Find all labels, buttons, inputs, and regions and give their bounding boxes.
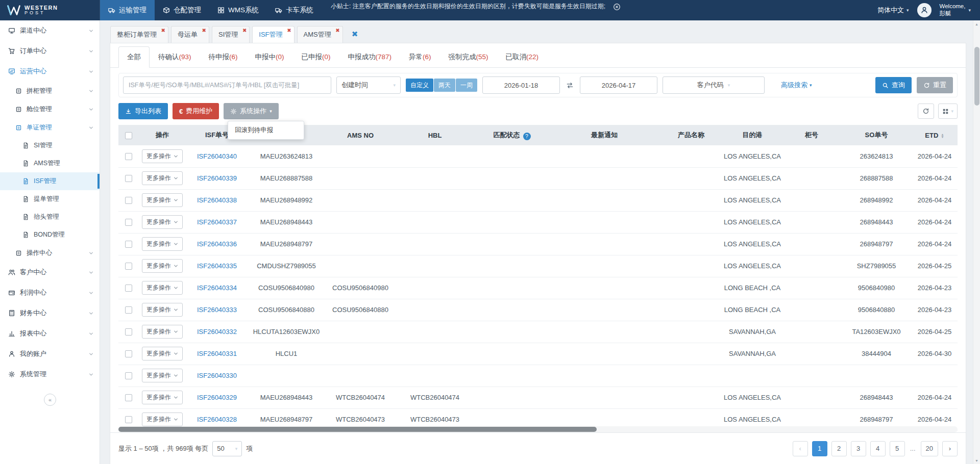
column-header[interactable]: 操作 (139, 125, 186, 145)
row-more-actions-button[interactable]: 更多操作 (142, 149, 183, 163)
horizontal-scrollbar[interactable] (118, 426, 958, 432)
reset-button[interactable]: 重置 (917, 77, 953, 93)
sidebar-item-lcl-mgmt[interactable]: 拼柜管理 (0, 82, 100, 100)
horizontal-scrollbar-thumb[interactable] (118, 427, 597, 432)
row-more-actions-button[interactable]: 更多操作 (142, 171, 183, 185)
row-checkbox[interactable] (125, 328, 132, 336)
date-to-input[interactable] (580, 76, 657, 94)
row-checkbox[interactable] (125, 197, 132, 204)
page-button-5[interactable]: 5 (890, 441, 905, 456)
isf-number-link[interactable]: ISF26040334 (197, 284, 237, 292)
scroll-up-arrow[interactable]: ▲ (973, 20, 980, 28)
row-more-actions-button[interactable]: 更多操作 (142, 237, 183, 251)
column-header[interactable]: HBL (396, 125, 474, 145)
prev-page-button[interactable]: ‹ (793, 441, 808, 456)
page-button-20[interactable]: 20 (921, 441, 938, 456)
status-tab-cancelled[interactable]: 已取消(22) (497, 46, 548, 68)
close-tab-icon[interactable]: ✖ (202, 28, 206, 33)
status-tab-pending-confirm[interactable]: 待确认(93) (150, 46, 200, 68)
page-button-1[interactable]: 1 (812, 441, 827, 456)
nav-item-wms[interactable]: WMS系统 (209, 0, 267, 20)
close-tab-icon[interactable]: ✖ (161, 28, 165, 33)
isf-number-link[interactable]: ISF26040329 (197, 394, 237, 401)
isf-number-link[interactable]: ISF26040333 (197, 306, 237, 314)
app-logo[interactable]: WESTERN POST (0, 0, 100, 20)
sidebar-item-report-center[interactable]: 报表中心 (0, 323, 100, 344)
sort-icon[interactable]: ▲▼ (941, 133, 944, 139)
notice-close-icon[interactable] (613, 3, 621, 11)
scroll-down-arrow[interactable]: ▼ (973, 457, 980, 464)
isf-number-link[interactable]: ISF26040338 (197, 196, 237, 204)
date-from-input[interactable] (482, 76, 560, 94)
sidebar-item-bl-mgmt[interactable]: 提单管理 (0, 190, 100, 208)
isf-number-link[interactable]: ISF26040339 (197, 174, 237, 182)
row-more-actions-button[interactable]: 更多操作 (142, 193, 183, 207)
row-checkbox[interactable] (125, 350, 132, 357)
sidebar-item-operation-center[interactable]: 运营中心 (0, 61, 100, 82)
sidebar-item-space-mgmt[interactable]: 舱位管理 (0, 100, 100, 118)
row-checkbox[interactable] (125, 241, 132, 248)
row-checkbox[interactable] (125, 372, 132, 379)
sidebar-item-profit-center[interactable]: 利润中心 (0, 282, 100, 303)
column-header[interactable]: SO单号 (842, 125, 911, 145)
sidebar-item-si-mgmt[interactable]: SI管理 (0, 137, 100, 154)
refresh-button[interactable] (918, 104, 934, 119)
vertical-scrollbar[interactable]: ▲ ▼ (973, 20, 980, 464)
customer-code-select[interactable]: 客户代码 ▾ (663, 76, 765, 94)
match-status-help-icon[interactable]: ? (523, 133, 531, 140)
close-all-tabs-icon[interactable]: ✖ (352, 30, 358, 39)
isf-number-link[interactable]: ISF26040332 (197, 328, 237, 336)
column-header[interactable]: AMS NO (325, 125, 396, 145)
query-button[interactable]: 查询 (875, 77, 912, 93)
row-checkbox[interactable] (125, 416, 132, 423)
sidebar-item-order-center[interactable]: 订单中心 (0, 41, 100, 61)
isf-number-link[interactable]: ISF26040331 (197, 350, 237, 357)
row-checkbox[interactable] (125, 219, 132, 226)
sidebar-item-system-mgmt[interactable]: 系统管理 (0, 364, 100, 384)
sidebar-item-isf-mgmt[interactable]: ISF管理 (0, 172, 100, 190)
row-more-actions-button[interactable]: 更多操作 (142, 281, 183, 295)
isf-number-link[interactable]: ISF26040330 (197, 372, 237, 379)
window-tab-fcl-order-mgmt[interactable]: 整柜订单管理✖ (110, 26, 168, 43)
nav-item-truck-system[interactable]: 卡车系统 (267, 0, 322, 20)
status-tab-declaring[interactable]: 申报中(0) (247, 46, 293, 68)
close-tab-icon[interactable]: ✖ (242, 28, 247, 33)
status-tab-pending-declare[interactable]: 待申报(6) (200, 46, 247, 68)
search-input[interactable] (123, 76, 331, 94)
sidebar-item-doc-mgmt[interactable]: 单证管理 (0, 118, 100, 137)
row-more-actions-button[interactable]: 更多操作 (142, 303, 183, 317)
range-button-2[interactable]: 一周 (456, 79, 477, 92)
window-tab-isf-mgmt[interactable]: ISF管理✖ (252, 26, 294, 43)
export-list-button[interactable]: 导出列表 (118, 103, 168, 119)
sidebar-item-channel-center[interactable]: 渠道中心 (0, 20, 100, 41)
page-size-select[interactable]: 50 ▾ (212, 441, 242, 456)
column-header[interactable]: 产品名称 (658, 125, 724, 145)
isf-number-link[interactable]: ISF26040328 (197, 416, 237, 423)
isf-number-link[interactable]: ISF26040337 (197, 218, 237, 226)
status-tab-force-complete[interactable]: 强制完成(55) (440, 46, 497, 68)
sidebar-collapse-button[interactable]: « (44, 394, 56, 406)
page-button-3[interactable]: 3 (851, 441, 866, 456)
window-tab-si-mgmt[interactable]: SI管理✖ (212, 26, 250, 43)
range-button-0[interactable]: 自定义 (406, 79, 433, 92)
sidebar-item-customer-center[interactable]: 客户中心 (0, 262, 100, 282)
column-header[interactable]: 最新通知 (550, 125, 658, 145)
next-page-button[interactable]: › (942, 441, 958, 456)
column-settings-button[interactable]: ▾ (938, 104, 958, 119)
range-button-1[interactable]: 两天 (434, 79, 455, 92)
language-selector[interactable]: 简体中文 ▾ (877, 6, 909, 15)
row-checkbox[interactable] (125, 306, 132, 314)
isf-number-link[interactable]: ISF26040336 (197, 240, 237, 248)
select-all-checkbox[interactable] (125, 132, 132, 139)
row-checkbox[interactable] (125, 153, 132, 160)
nav-item-warehouse[interactable]: 仓配管理 (155, 0, 209, 20)
isf-number-link[interactable]: ISF26040335 (197, 262, 237, 270)
sidebar-item-my-account[interactable]: 我的账户 (0, 344, 100, 364)
swap-dates-icon[interactable] (566, 82, 574, 89)
column-header[interactable]: 目的港 (724, 125, 781, 145)
status-tab-all[interactable]: 全部 (118, 46, 150, 68)
row-more-actions-button[interactable]: 更多操作 (142, 347, 183, 360)
row-more-actions-button[interactable]: 更多操作 (142, 369, 183, 382)
sidebar-item-ams-mgmt[interactable]: AMS管理 (0, 154, 100, 172)
column-header[interactable]: ETD▲▼ (911, 125, 958, 145)
